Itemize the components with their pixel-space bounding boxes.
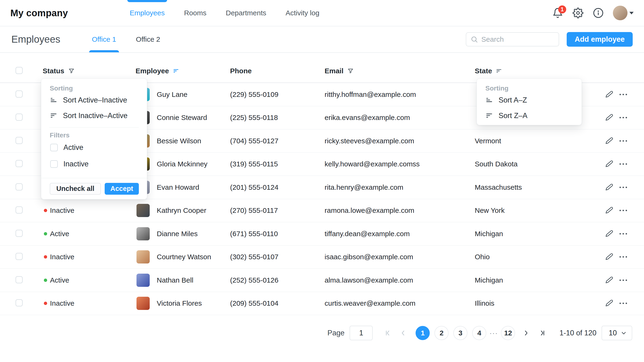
- settings-button[interactable]: [572, 7, 584, 18]
- column-email[interactable]: Email: [324, 67, 475, 75]
- sort-inactive-active-option[interactable]: Sort Inactive–Active: [41, 108, 147, 124]
- page-button-3[interactable]: 3: [453, 326, 468, 340]
- page-button-4[interactable]: 4: [472, 326, 486, 340]
- sort-z-a-option[interactable]: Sort Z–A: [477, 108, 582, 124]
- email-cell: ramona.lowe@example.com: [324, 206, 475, 214]
- phone-cell: (201) 555-0124: [230, 183, 324, 191]
- edit-icon[interactable]: [605, 230, 613, 238]
- edit-icon[interactable]: [605, 160, 613, 168]
- page-input[interactable]: [350, 326, 373, 340]
- more-icon[interactable]: [619, 162, 628, 166]
- more-icon[interactable]: [619, 208, 628, 212]
- status-cell: Active: [43, 230, 136, 238]
- edit-icon[interactable]: [605, 90, 613, 98]
- row-checkbox[interactable]: [16, 114, 23, 121]
- more-icon[interactable]: [619, 92, 628, 97]
- notification-badge: 1: [558, 6, 566, 14]
- row-checkbox[interactable]: [16, 137, 23, 144]
- row-checkbox[interactable]: [16, 276, 23, 283]
- tab-office-2[interactable]: Office 2: [136, 26, 160, 52]
- tab-departments[interactable]: Departments: [226, 0, 266, 26]
- add-employee-button[interactable]: Add employee: [567, 32, 633, 47]
- select-all-checkbox[interactable]: [16, 67, 23, 74]
- page-button-2[interactable]: 2: [434, 326, 448, 340]
- status-dot: [44, 302, 47, 305]
- uncheck-all-button[interactable]: Uncheck all: [50, 183, 101, 195]
- row-checkbox[interactable]: [16, 90, 23, 98]
- page-size-select[interactable]: 10: [602, 326, 632, 340]
- employee-avatar: [136, 297, 150, 310]
- filter-option-active[interactable]: Active: [41, 139, 147, 156]
- more-icon[interactable]: [619, 278, 628, 282]
- filter-option-inactive[interactable]: Inactive: [41, 156, 147, 172]
- info-button[interactable]: [592, 7, 604, 18]
- row-actions: [604, 90, 633, 98]
- company-logo: My company: [10, 8, 68, 18]
- sort-icon[interactable]: [496, 68, 502, 74]
- edit-icon[interactable]: [605, 299, 613, 307]
- row-checkbox[interactable]: [16, 230, 23, 237]
- more-icon[interactable]: [619, 116, 628, 120]
- edit-icon[interactable]: [605, 253, 613, 261]
- top-navigation-bar: My company Employees Rooms Departments A…: [0, 0, 644, 26]
- tab-activity-log[interactable]: Activity log: [286, 0, 319, 26]
- search-box[interactable]: [466, 32, 559, 46]
- sort-descending-icon: [50, 112, 58, 120]
- edit-icon[interactable]: [605, 183, 613, 191]
- search-input[interactable]: [481, 35, 554, 43]
- employee-cell: Bessie Wilson: [136, 134, 230, 148]
- tab-rooms[interactable]: Rooms: [184, 0, 206, 26]
- sort-icon[interactable]: [173, 68, 180, 74]
- edit-icon[interactable]: [605, 206, 613, 214]
- page-ellipsis: ···: [488, 329, 499, 337]
- employee-name: Nathan Bell: [157, 276, 193, 284]
- row-checkbox[interactable]: [16, 183, 23, 190]
- edit-icon[interactable]: [605, 276, 613, 284]
- phone-cell: (319) 555-0115: [230, 160, 324, 168]
- tab-office-1[interactable]: Office 1: [92, 26, 116, 52]
- office-tabs: Office 1 Office 2: [92, 26, 180, 52]
- active-checkbox[interactable]: [50, 144, 58, 151]
- row-checkbox[interactable]: [16, 160, 23, 167]
- sorting-section-label: Sorting: [477, 84, 582, 92]
- sort-active-inactive-option[interactable]: Sort Active–Inactive: [41, 92, 147, 108]
- tab-employees[interactable]: Employees: [130, 0, 164, 26]
- previous-page-icon[interactable]: [398, 328, 408, 338]
- inactive-checkbox[interactable]: [50, 160, 58, 168]
- row-checkbox[interactable]: [16, 206, 23, 214]
- page-header: Employees Office 1 Office 2 Add employee: [0, 26, 644, 53]
- inactive-checkbox-label: Inactive: [64, 160, 89, 168]
- employee-cell: Dianne Miles: [136, 227, 230, 240]
- page-button-12[interactable]: 12: [501, 326, 515, 340]
- filter-icon[interactable]: [347, 68, 354, 74]
- more-icon[interactable]: [619, 185, 628, 190]
- sort-a-z-option[interactable]: Sort A–Z: [477, 92, 582, 108]
- column-status[interactable]: Status: [43, 67, 136, 75]
- edit-icon[interactable]: [605, 114, 613, 122]
- last-page-icon[interactable]: [538, 328, 547, 338]
- employee-name: Connie Steward: [157, 114, 207, 122]
- search-icon: [470, 36, 478, 43]
- filter-icon[interactable]: [68, 68, 75, 74]
- page-button-1[interactable]: 1: [416, 326, 430, 340]
- more-icon[interactable]: [619, 232, 628, 236]
- notifications-button[interactable]: 1: [552, 7, 564, 18]
- employee-cell: Victoria Flores: [136, 297, 230, 310]
- column-phone[interactable]: Phone: [230, 67, 324, 75]
- column-state[interactable]: State: [475, 67, 604, 75]
- accept-button[interactable]: Accept: [105, 183, 139, 195]
- tab-activity-log-label: Activity log: [286, 9, 319, 17]
- more-icon[interactable]: [619, 301, 628, 306]
- state-cell: New York: [475, 206, 604, 214]
- edit-icon[interactable]: [605, 137, 613, 145]
- more-icon[interactable]: [619, 255, 628, 259]
- row-checkbox[interactable]: [16, 253, 23, 260]
- employee-cell: Kathryn Cooper: [136, 204, 230, 217]
- first-page-icon[interactable]: [383, 328, 392, 338]
- row-checkbox[interactable]: [16, 299, 23, 306]
- more-icon[interactable]: [619, 139, 628, 143]
- user-menu[interactable]: [613, 7, 634, 18]
- column-employee[interactable]: Employee: [136, 67, 230, 75]
- row-actions: [604, 114, 633, 122]
- next-page-icon[interactable]: [521, 328, 530, 338]
